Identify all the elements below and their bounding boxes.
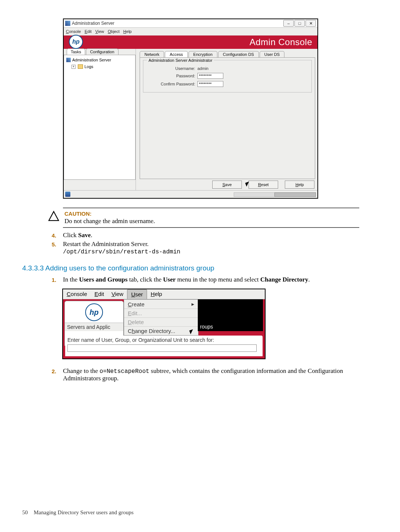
hp-logo-icon: hp: [69, 35, 83, 49]
password-label: Password:: [147, 74, 197, 78]
nav-tree: Administration Server + Logs: [64, 55, 136, 180]
user-menu-screenshot: Console Edit View User Help hp Servers a…: [62, 289, 266, 359]
search-area: Enter name of User, Group, or Organizati…: [65, 336, 263, 356]
groups-tab-suffix: roups: [200, 324, 213, 330]
submenu-arrow-icon: ▸: [191, 301, 194, 307]
minimize-button[interactable]: –: [283, 20, 294, 27]
menu-object[interactable]: Object: [108, 29, 120, 34]
caution-heading: CAUTION:: [64, 211, 155, 217]
rtab-config-ds[interactable]: Configuration DS: [218, 51, 259, 57]
rtab-user-ds[interactable]: User DS: [260, 51, 285, 57]
close-button[interactable]: ✕: [306, 20, 316, 27]
menuitem-change-directory[interactable]: Change Directory... ◤: [124, 327, 198, 335]
menu2-edit[interactable]: Edit: [91, 289, 108, 299]
admin-console-window: Administration Server – □ ✕ Console Edit…: [63, 18, 318, 199]
status-icon: [65, 192, 70, 197]
menu2-view[interactable]: View: [108, 289, 127, 299]
menuitem-edit: Edit...: [124, 309, 198, 318]
section-heading: 4.3.3.3 Adding users to the configuratio…: [22, 264, 378, 272]
rtab-encryption[interactable]: Encryption: [189, 51, 217, 57]
mouse-cursor-icon: ◤: [189, 328, 195, 335]
tree-root[interactable]: Administration Server: [66, 57, 133, 63]
page-footer: 50 Managing Directory Server users and g…: [22, 509, 134, 516]
username-value: admin: [197, 66, 209, 71]
password-field[interactable]: [197, 73, 223, 79]
server-icon: [66, 58, 71, 62]
confirm-password-label: Confirm Password:: [147, 82, 197, 86]
caution-block: CAUTION: Do not change the admin usernam…: [48, 211, 378, 225]
caution-icon: [48, 211, 59, 222]
statusbar: [64, 190, 317, 198]
tree-logs[interactable]: + Logs: [71, 63, 133, 70]
reset-button[interactable]: Reset: [249, 181, 278, 189]
search-label: Enter name of User, Group, or Organizati…: [67, 337, 214, 343]
servers-tab[interactable]: Servers and Applic: [65, 323, 123, 331]
caution-body: Do not change the admin username.: [64, 218, 155, 225]
menu-help[interactable]: Help: [123, 29, 132, 34]
rtab-network[interactable]: Network: [140, 51, 164, 57]
menubar2: Console Edit View User Help: [63, 289, 265, 299]
tab-tasks[interactable]: Tasks: [67, 48, 85, 55]
save-button[interactable]: Save: [212, 181, 242, 189]
chapter-title: Managing Directory Server users and grou…: [34, 509, 134, 516]
folder-icon: [78, 64, 83, 69]
menu-edit[interactable]: Edit: [84, 29, 91, 34]
menuitem-delete: Delete: [124, 318, 198, 327]
help-button[interactable]: Help: [285, 181, 314, 189]
rtab-access[interactable]: Access: [165, 51, 187, 57]
step-5: 5. Restart the Administration Server. /o…: [48, 240, 378, 255]
search-input[interactable]: [67, 344, 257, 352]
menuitem-create[interactable]: Create▸: [124, 300, 198, 309]
step-4: 4. Click Save.: [48, 232, 378, 239]
banner-title: Admin Console: [250, 37, 312, 47]
menu2-console[interactable]: Console: [63, 289, 91, 299]
tab-configuration[interactable]: Configuration: [86, 48, 118, 55]
expand-icon[interactable]: +: [71, 65, 76, 69]
divider: [63, 227, 359, 228]
titlebar: Administration Server – □ ✕: [64, 19, 317, 28]
left-pane: Tasks Configuration Administration Serve…: [64, 49, 136, 190]
maximize-button[interactable]: □: [294, 20, 305, 27]
user-dropdown: Create▸ Edit... Delete Change Directory.…: [124, 299, 199, 336]
window-title: Administration Server: [72, 21, 114, 26]
confirm-password-field[interactable]: [197, 81, 223, 87]
menu2-help[interactable]: Help: [147, 289, 166, 299]
step-b1: 1. In the Users and Groups tab, click th…: [48, 276, 378, 283]
hp-logo-icon: hp: [85, 303, 103, 321]
banner: Admin Console: [64, 36, 317, 49]
divider: [63, 208, 359, 208]
fieldset-legend: Administration Server Administrator: [147, 58, 214, 63]
menubar: Console Edit View Object Help: [64, 28, 317, 36]
page-number: 50: [22, 509, 28, 516]
black-strip: roups: [198, 299, 263, 331]
restart-command: /opt/dirsrv/sbin/restart-ds-admin: [63, 249, 180, 255]
scrollbar-thumb[interactable]: [274, 192, 316, 197]
menu-view[interactable]: View: [95, 29, 104, 34]
step-b2: 2. Change to the o=NetscapeRoot subtree,…: [48, 367, 378, 382]
admin-fieldset: Administration Server Administrator User…: [143, 60, 312, 92]
app-icon: [65, 21, 70, 26]
menu-console[interactable]: Console: [66, 29, 81, 34]
username-label: Username:: [147, 66, 197, 71]
right-pane: Network Access Encryption Configuration …: [136, 49, 317, 190]
svg-marker-0: [49, 212, 59, 220]
menu2-user[interactable]: User: [127, 289, 147, 299]
